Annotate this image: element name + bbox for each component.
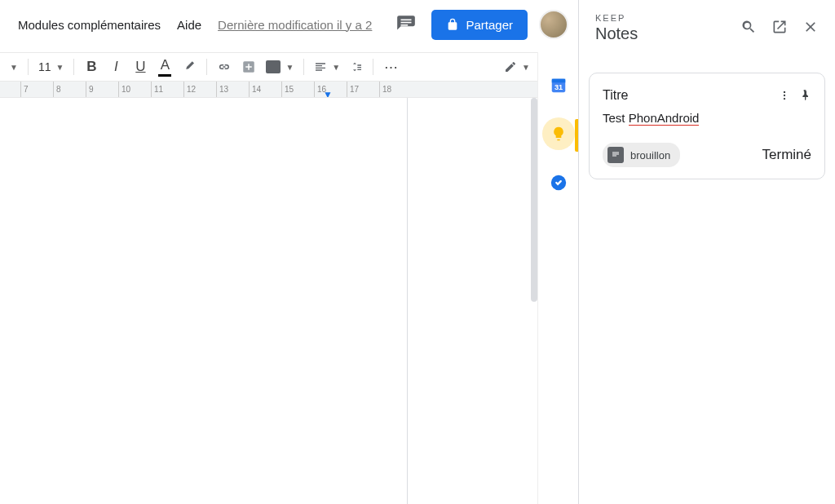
open-in-new-icon[interactable]: [771, 19, 788, 38]
insert-link-button[interactable]: [214, 56, 235, 77]
avatar[interactable]: [539, 10, 568, 39]
ruler-tick: 18: [379, 82, 412, 97]
separator: [28, 59, 29, 75]
text-color-button[interactable]: A: [154, 56, 175, 77]
separator: [73, 59, 74, 75]
highlight-button[interactable]: [179, 56, 200, 77]
editing-mode-button[interactable]: ▼: [501, 60, 533, 73]
toolbar: ▼ 11▼ B I U A ▼ ▼ ⋯ ▼: [0, 52, 578, 82]
keep-panel: KEEP Notes Titre: [578, 0, 835, 504]
keep-title: Notes: [595, 24, 740, 43]
svg-rect-0: [401, 20, 412, 21]
svg-point-10: [784, 98, 785, 99]
svg-rect-5: [551, 79, 565, 83]
insert-image-button[interactable]: ▼: [263, 60, 297, 73]
svg-rect-2: [401, 24, 409, 26]
share-button[interactable]: Partager: [431, 10, 528, 40]
ruler-tick: 13: [216, 82, 249, 97]
ruler-tick: 17: [347, 82, 379, 97]
header-bar: Modules complémentaires Aide Dernière mo…: [0, 0, 578, 49]
close-icon[interactable]: [802, 19, 819, 38]
header-actions: Partager: [392, 10, 568, 40]
tasks-icon[interactable]: [542, 166, 575, 199]
keep-icon[interactable]: [542, 117, 575, 150]
separator: [373, 59, 373, 75]
note-card[interactable]: Titre Test PhonAndroid brouillon Terminé: [589, 73, 825, 179]
pin-icon[interactable]: [798, 88, 811, 106]
font-size-dropdown[interactable]: 11▼: [35, 60, 67, 73]
svg-rect-1: [401, 22, 412, 24]
side-rail: 31: [537, 52, 578, 504]
add-comment-button[interactable]: [238, 56, 259, 77]
ruler-tick: 9: [86, 82, 118, 97]
ruler-tick: 7: [20, 82, 53, 97]
comments-icon[interactable]: [392, 11, 420, 38]
more-button[interactable]: ⋯: [380, 56, 401, 77]
more-icon[interactable]: [779, 88, 790, 106]
search-icon[interactable]: [740, 19, 757, 38]
line-spacing-button[interactable]: [347, 60, 366, 73]
ruler-tick: 15: [281, 82, 314, 97]
svg-point-9: [784, 95, 785, 96]
docs-icon: [607, 147, 624, 163]
align-dropdown[interactable]: ▼: [311, 60, 343, 73]
separator: [303, 59, 304, 75]
styles-dropdown[interactable]: ▼: [7, 63, 21, 72]
document-page[interactable]: [0, 98, 408, 504]
menu-addons[interactable]: Modules complémentaires: [10, 18, 169, 32]
note-body-marked: PhonAndroid: [629, 111, 700, 126]
underline-button[interactable]: U: [130, 56, 151, 77]
scrollbar[interactable]: [531, 98, 537, 302]
calendar-icon[interactable]: 31: [542, 69, 575, 101]
ruler-tick: 8: [53, 82, 86, 97]
ruler-tick: 10: [118, 82, 151, 97]
note-body-prefix: Test: [603, 111, 629, 125]
ruler: 6 7 8 9 10 11 12 13 14 15 16 17 18 ▼: [0, 82, 578, 98]
bold-button[interactable]: B: [81, 56, 102, 77]
menu-help[interactable]: Aide: [169, 18, 210, 32]
badge-label: brouillon: [630, 149, 670, 161]
lock-icon: [446, 18, 459, 31]
menu-bar: Modules complémentaires Aide Dernière mo…: [10, 18, 380, 32]
keep-eyebrow: KEEP: [595, 13, 740, 23]
note-body-field[interactable]: Test PhonAndroid: [603, 111, 811, 125]
font-size-value: 11: [38, 60, 51, 73]
ruler-tick: 12: [183, 82, 216, 97]
ruler-tick: 14: [249, 82, 281, 97]
ruler-tick: 11: [151, 82, 183, 97]
last-modified-link[interactable]: Dernière modification il y a 2: [210, 18, 380, 32]
note-title-field[interactable]: Titre: [603, 88, 628, 103]
keep-header: KEEP Notes: [579, 0, 835, 50]
separator: [206, 59, 207, 75]
done-button[interactable]: Terminé: [762, 147, 811, 163]
margin-marker-icon[interactable]: ▼: [323, 89, 333, 98]
source-badge[interactable]: brouillon: [603, 143, 680, 167]
share-label: Partager: [466, 18, 513, 32]
svg-text:31: 31: [554, 83, 562, 91]
ruler-tick: 6: [0, 82, 20, 97]
italic-button[interactable]: I: [105, 56, 126, 77]
svg-point-8: [784, 91, 785, 93]
document-area[interactable]: [0, 98, 578, 504]
